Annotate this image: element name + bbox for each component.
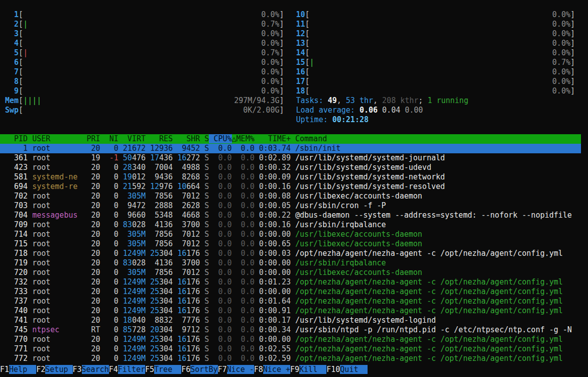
process-row-702[interactable]: 702 root 20 0 305M 7856 7012 S 0.0 0.0 0… [0,192,581,201]
cpu-meter-18: 18[0.0%] [296,86,575,96]
column-header-virt[interactable]: VIRT [119,134,146,143]
cpu-meter-6-value: 0.0% [261,58,279,67]
process-row-720[interactable]: 720 root 20 0 305M 7856 7012 S 0.0 0.0 0… [0,268,581,277]
column-header-res[interactable]: RES [146,134,173,143]
meters-right-column: 10[0.0%]11[0.0%]12[0.0%]13[0.0%]14[0.0%]… [296,10,575,125]
cpu-meter-12: 12[0.0%] [296,29,575,39]
cpu-meter-12-label: 12 [296,29,305,39]
process-row-423[interactable]: 423 root 20 0 28340 7004 4988 S 0.0 0.0 … [0,163,581,172]
process-row-1[interactable]: 1 root 20 0 21672 12936 9452 S 0.0 0.0 0… [0,144,581,153]
process-command: /opt/nezha/agent/nezha-agent -c /opt/nez… [295,306,563,315]
process-command: /usr/libexec/accounts-daemon [295,268,422,277]
fkey-f6-sortby[interactable]: F6SortBy [181,365,217,374]
cpu-meter-9-value: 0.0% [261,86,279,96]
fkey-f1-help[interactable]: F1Help [0,365,36,374]
process-command: /usr/sbin/cron -f -P [295,201,386,210]
cpu-meter-2-bar: |0.7% [23,20,279,29]
column-header-cmd[interactable]: Command [295,134,327,143]
cpu-meter-14-bar: 0.0% [310,48,570,58]
cpu-meter-7-label: 7 [5,67,19,77]
process-row-581[interactable]: 581 systemd-ne 20 0 19012 9436 8268 S 0.… [0,172,581,182]
fkey-label: Filter [118,365,145,374]
column-header-cpu[interactable]: CPU% [209,134,231,143]
process-row-745[interactable]: 745 ntpsec RT 0 85728 20304 9712 S 0.0 0… [0,325,581,335]
mem-meter-label: Mem [5,96,19,106]
process-row-694[interactable]: 694 systemd-re 20 0 21592 12976 10664 S … [0,182,581,192]
process-row-361[interactable]: 361 root 19 -1 50476 17436 16272 S 0.0 0… [0,153,581,163]
fkey-label: SortBy [190,365,217,374]
process-table: PID USER PRI NI VIRT RES SHR S CPU%△MEM%… [0,134,581,363]
column-header-time[interactable]: TIME+ [255,134,291,143]
process-command: /opt/nezha/agent/nezha-agent -c /opt/nez… [295,287,563,296]
fkey-number: F5 [145,365,154,374]
process-row-733[interactable]: 733 root 20 0 1249M 25304 16176 S 0.0 0.… [0,287,581,297]
cpu-meter-4-bar: 0.0% [23,39,279,48]
cpu-meter-14-value: 0.0% [552,48,570,58]
cpu-meter-3-bar: 0.0% [23,29,279,39]
fkey-number: F6 [181,365,190,374]
uptime: Uptime: 00:21:28 [296,115,575,125]
process-row-732[interactable]: 732 root 20 0 1249M 25304 16176 S 0.0 0.… [0,277,581,287]
column-header-mem[interactable]: △MEM% [232,134,255,143]
swp-meter-value: 0K/2.00G [243,106,279,115]
process-row-715[interactable]: 715 root 20 0 305M 7856 7012 S 0.0 0.0 0… [0,239,581,249]
column-header-ni[interactable]: NI [100,134,119,143]
fkey-f10-quit[interactable]: F10Quit [326,365,367,374]
fkey-f4-filter[interactable]: F4Filter [109,365,145,374]
process-row-772[interactable]: 772 root 20 0 1249M 25304 16176 S 0.0 0.… [0,354,581,363]
process-row-719[interactable]: 719 root 20 0 83028 4136 3700 S 0.0 0.0 … [0,258,581,268]
process-row-740[interactable]: 740 root 20 0 1249M 25304 16176 S 0.0 0.… [0,306,581,316]
process-row-771[interactable]: 771 root 20 0 1249M 25304 16176 S 0.0 0.… [0,344,581,354]
cpu-meter-17-label: 17 [296,77,305,86]
process-row-741[interactable]: 741 root 20 0 18040 8832 7776 S 0.0 0.0 … [0,316,581,325]
cpu-meter-11-label: 11 [296,20,305,29]
process-command: @dbus-daemon --system --address=systemd:… [295,211,572,220]
cpu-meter-8-value: 0.0% [261,77,279,86]
process-row-709[interactable]: 709 root 20 0 83028 4136 3700 S 0.0 0.0 … [0,220,581,230]
process-row-718[interactable]: 718 root 20 0 1249M 25304 16176 S 0.0 0.… [0,249,581,258]
fkey-f8-nice-[interactable]: F8Nice + [254,365,290,374]
fkey-number: F8 [254,365,263,374]
cpu-meter-5-value: 0.7% [261,48,279,58]
process-row-737[interactable]: 737 root 20 0 1249M 25304 16176 S 0.0 0.… [0,297,581,306]
column-header-s[interactable]: S [200,134,209,143]
process-row-704[interactable]: 704 messagebus 20 0 9660 5348 4668 S 0.0… [0,211,581,220]
fkey-label: Quit [340,365,367,374]
cpu-meter-10-label: 10 [296,10,305,20]
cpu-meter-1-bar: 0.0% [23,10,279,20]
cpu-meter-16: 16[0.0%] [296,67,575,77]
cpu-meter-5-label: 5 [5,48,19,58]
swp-meter-bar: 0K/2.00G [23,106,279,115]
cpu-meter-8-bar: 0.0% [23,77,279,86]
cpu-meter-10: 10[0.0%] [296,10,575,20]
process-command: /usr/lib/systemd/systemd-journald [295,153,445,162]
fkey-f3-search[interactable]: F3Search [73,365,109,374]
process-command: /usr/sbin/irqbalance [295,220,386,229]
cpu-meter-11-value: 0.0% [552,20,570,29]
process-row-703[interactable]: 703 root 20 0 9472 2888 2628 S 0.0 0.0 0… [0,201,581,211]
column-header-pid[interactable]: PID [5,134,28,143]
fkey-f9-kill[interactable]: F9Kill [290,365,326,374]
column-header-shr[interactable]: SHR [173,134,200,143]
cpu-meter-7-bar: 0.0% [23,67,279,77]
process-command: /usr/libexec/accounts-daemon [295,192,422,201]
fkey-number: F10 [326,365,340,374]
cpu-meter-3-label: 3 [5,29,19,39]
cpu-meter-5: 5[|0.7%] [5,48,284,58]
process-row-770[interactable]: 770 root 20 0 1249M 25304 16176 S 0.0 0.… [0,335,581,344]
table-header-row: PID USER PRI NI VIRT RES SHR S CPU%△MEM%… [0,134,581,144]
cpu-meter-16-bar: 0.0% [310,67,570,77]
fkey-f7-nice-[interactable]: F7Nice - [218,365,254,374]
htop-screen: 1[0.0%] 2[|0.7%] 3[0.0%] 4[0.0%] 5[|0.7%… [0,0,588,377]
fkey-f5-tree[interactable]: F5Tree [145,365,181,374]
cpu-meter-8-label: 8 [5,77,19,86]
process-command: /opt/nezha/agent/nezha-agent -c /opt/nez… [295,249,563,258]
column-header-user[interactable]: USER [32,134,77,143]
cpu-meter-9-label: 9 [5,86,19,96]
process-command: /usr/libexec/accounts-daemon [295,230,422,239]
fkey-f2-setup[interactable]: F2Setup [36,365,72,374]
swp-meter: Swp[0K/2.00G] [5,106,284,115]
process-row-714[interactable]: 714 root 20 0 305M 7856 7012 S 0.0 0.0 0… [0,230,581,239]
column-header-pri[interactable]: PRI [78,134,100,143]
cpu-meter-17-bar: 0.0% [310,77,570,86]
